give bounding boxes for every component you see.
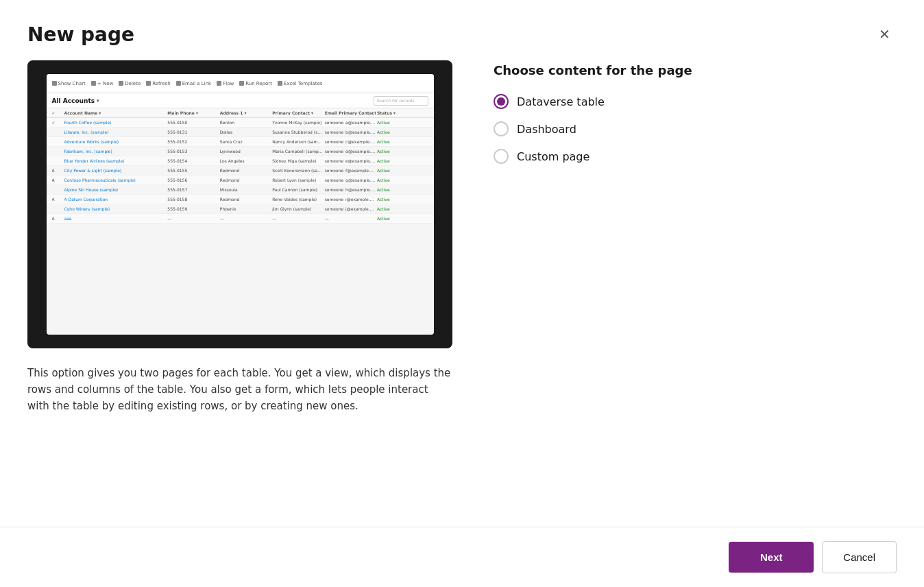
cancel-button[interactable]: Cancel bbox=[822, 541, 897, 573]
preview-title-row: All Accounts ▾ Search for records bbox=[47, 93, 434, 108]
col-check: ✓ bbox=[52, 110, 63, 115]
preview-toolbar: Show Chart + New Delete Refresh Email a … bbox=[47, 74, 434, 93]
preview-screen: Show Chart + New Delete Refresh Email a … bbox=[47, 74, 434, 335]
table-row: A A Datum Corporation 555-0158 Redmond R… bbox=[47, 195, 434, 204]
radio-circle-dataverse bbox=[494, 94, 509, 109]
dialog-title: New page bbox=[27, 23, 134, 46]
col-phone: Main Phone ▾ bbox=[167, 110, 218, 115]
description-text: This option gives you two pages for each… bbox=[27, 365, 452, 414]
toolbar-email-link: Email a Link bbox=[176, 81, 212, 86]
col-email: Email Primary Contact ▾ bbox=[325, 110, 376, 115]
toolbar-flow: Flow bbox=[217, 81, 234, 86]
close-button[interactable]: ✕ bbox=[872, 22, 897, 47]
table-row: ✓ Fourth Coffee (sample) 555-0150 Renton… bbox=[47, 118, 434, 128]
toolbar-delete: Delete bbox=[119, 81, 141, 86]
table-row: Fabrikam, Inc. (sample) 555-0153 Lynnwoo… bbox=[47, 147, 434, 156]
table-row: Litware, Inc. (sample) 555-0131 Dallas S… bbox=[47, 128, 434, 137]
preview-container: Show Chart + New Delete Refresh Email a … bbox=[27, 60, 452, 348]
col-account-name: Account Name ▾ bbox=[64, 110, 167, 115]
toolbar-run-report: Run Report bbox=[239, 81, 272, 86]
table-row: A Contoso Pharmaceuticals (sample) 555-0… bbox=[47, 176, 434, 185]
toolbar-new: + New bbox=[91, 81, 113, 86]
right-panel: Choose content for the page Dataverse ta… bbox=[494, 60, 897, 527]
choose-content-heading: Choose content for the page bbox=[494, 63, 897, 77]
toolbar-refresh: Refresh bbox=[146, 81, 170, 86]
content-type-radio-group: Dataverse table Dashboard Custom page bbox=[494, 94, 897, 164]
radio-option-dashboard[interactable]: Dashboard bbox=[494, 121, 897, 136]
next-button[interactable]: Next bbox=[729, 542, 814, 573]
radio-circle-custom bbox=[494, 149, 509, 164]
table-row: Blue Yonder Airlines (sample) 555-0154 L… bbox=[47, 156, 434, 166]
preview-table: ✓ Account Name ▾ Main Phone ▾ Address 1 … bbox=[47, 108, 434, 224]
table-row: Alpine Ski House (sample) 555-0157 Misso… bbox=[47, 185, 434, 195]
preview-search: Search for records bbox=[374, 96, 428, 106]
radio-label-dashboard: Dashboard bbox=[517, 123, 576, 136]
radio-label-custom: Custom page bbox=[517, 150, 589, 163]
radio-option-custom[interactable]: Custom page bbox=[494, 149, 897, 164]
radio-circle-dashboard bbox=[494, 121, 509, 136]
col-address: Address 1 ▾ bbox=[220, 110, 271, 115]
left-panel: Show Chart + New Delete Refresh Email a … bbox=[27, 60, 452, 527]
new-page-dialog: New page ✕ Show Chart + New Delete Refre… bbox=[0, 0, 924, 587]
toolbar-excel: Excel Templates bbox=[278, 81, 322, 86]
preview-search-text: Search for records bbox=[377, 98, 415, 103]
radio-option-dataverse[interactable]: Dataverse table bbox=[494, 94, 897, 109]
preview-view-title: All Accounts ▾ bbox=[52, 97, 99, 104]
col-contact: Primary Contact ▾ bbox=[272, 110, 323, 115]
table-row: Adventure Works (sample) 555-0152 Santa … bbox=[47, 137, 434, 147]
dialog-header: New page ✕ bbox=[0, 0, 924, 60]
table-row: Coho Winery (sample) 555-0159 Phoenix Ji… bbox=[47, 204, 434, 214]
table-row: A City Power & Light (sample) 555-0155 R… bbox=[47, 166, 434, 176]
toolbar-show-chart: Show Chart bbox=[52, 81, 86, 86]
col-status: Status ▾ bbox=[377, 110, 428, 115]
preview-table-header: ✓ Account Name ▾ Main Phone ▾ Address 1 … bbox=[47, 108, 434, 118]
radio-label-dataverse: Dataverse table bbox=[517, 95, 605, 108]
dialog-body: Show Chart + New Delete Refresh Email a … bbox=[0, 60, 924, 527]
table-row: A aaa — — — — Active bbox=[47, 214, 434, 224]
dialog-footer: Next Cancel bbox=[0, 527, 924, 587]
